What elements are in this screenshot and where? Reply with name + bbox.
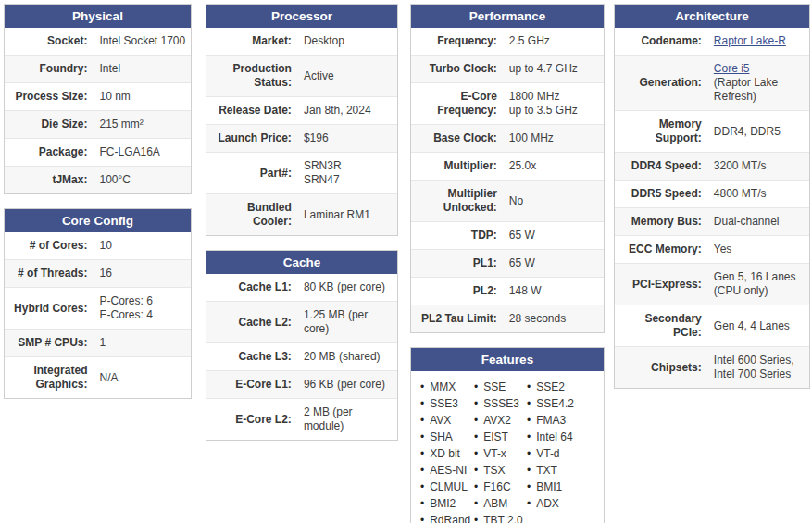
spec-row: Multiplier Unlocked: No	[411, 180, 604, 221]
spec-label: Release Date:	[206, 97, 298, 124]
spec-label: PL1:	[411, 250, 504, 277]
features-table: Features MMX SSE3 AVX SHA XD bit AES-NI …	[410, 347, 605, 523]
cache-table-header: Cache	[206, 251, 397, 274]
spec-value: Intel	[94, 56, 191, 82]
column-1: Physical Socket: Intel Socket 1700 Found…	[4, 4, 192, 399]
performance-rows: Frequency: 2.5 GHz Turbo Clock: up to 4.…	[411, 28, 604, 332]
performance-table: Performance Frequency: 2.5 GHz Turbo Clo…	[410, 4, 605, 333]
features-list: MMX SSE3 AVX SHA XD bit AES-NI CLMUL BMI…	[411, 371, 604, 523]
spec-value: Raptor Lake-R	[708, 28, 809, 55]
spec-value: 96 KB (per core)	[298, 371, 397, 398]
spec-row: Cache L3: 20 MB (shared)	[206, 342, 397, 370]
spec-value: Laminar RM1	[298, 202, 397, 229]
physical-table: Physical Socket: Intel Socket 1700 Found…	[4, 4, 192, 194]
spec-value: Jan 8th, 2024	[298, 97, 397, 124]
codename-link[interactable]: Raptor Lake-R	[714, 34, 786, 47]
spec-row: Process Size: 10 nm	[5, 82, 191, 110]
generation-link[interactable]: Core i5	[714, 62, 750, 75]
spec-value: 10	[94, 232, 191, 259]
architecture-rows: Codename: Raptor Lake-R Generation: Core…	[615, 28, 809, 388]
core-config-table-header: Core Config	[5, 209, 191, 232]
spec-label: Production Status:	[206, 56, 298, 96]
cache-rows: Cache L1: 80 KB (per core) Cache L2: 1.2…	[206, 274, 397, 440]
spec-value: Dual-channel	[708, 208, 809, 235]
spec-value: No	[504, 188, 604, 215]
spec-value: $196	[298, 125, 397, 152]
spec-row: E-Core L2: 2 MB (per module)	[206, 398, 397, 440]
spec-row: Frequency: 2.5 GHz	[411, 28, 604, 55]
spec-value: DDR4, DDR5	[708, 118, 809, 145]
feature-item: BMI2	[420, 496, 474, 512]
spec-value: 10 nm	[94, 83, 191, 110]
spec-row: PL1: 65 W	[411, 249, 604, 277]
spec-row: PL2: 148 W	[411, 277, 604, 305]
cpu-spec-page: Physical Socket: Intel Socket 1700 Found…	[0, 0, 812, 523]
spec-value: 65 W	[504, 222, 604, 249]
generation-suffix: (Raptor Lake Refresh)	[714, 76, 806, 104]
spec-row: Package: FC-LGA16A	[5, 138, 191, 166]
spec-value: 65 W	[504, 250, 604, 277]
spec-row: Hybrid Cores: P-Cores: 6 E-Cores: 4	[5, 287, 191, 329]
spec-label: Package:	[5, 139, 94, 166]
spec-value: Gen 4, 4 Lanes	[708, 313, 809, 340]
spec-label: Bundled Cooler:	[206, 194, 298, 235]
spec-value: up to 4.7 GHz	[504, 56, 604, 82]
feature-item: SSSE3	[474, 396, 527, 412]
processor-rows: Market: Desktop Production Status: Activ…	[206, 28, 397, 235]
spec-value: Intel 600 Series, Intel 700 Series	[708, 347, 809, 388]
spec-row: # of Cores: 10	[5, 232, 191, 259]
spec-row: Foundry: Intel	[5, 55, 191, 82]
spec-value: 3200 MT/s	[708, 153, 809, 180]
spec-value: Active	[298, 63, 397, 90]
spec-value: 80 KB (per core)	[298, 274, 397, 301]
spec-label: E-Core L1:	[206, 371, 298, 398]
spec-label: Foundry:	[5, 56, 94, 82]
spec-value: SRN3R SRN47	[298, 153, 397, 193]
column-3: Performance Frequency: 2.5 GHz Turbo Clo…	[410, 4, 605, 523]
feature-item: TSX	[474, 463, 527, 479]
spec-row: Launch Price: $196	[206, 124, 397, 152]
spec-value: Desktop	[298, 28, 397, 55]
spec-value: 28 seconds	[504, 305, 604, 332]
spec-row: Socket: Intel Socket 1700	[5, 28, 191, 55]
spec-row: DDR4 Speed: 3200 MT/s	[615, 152, 809, 180]
column-4: Architecture Codename: Raptor Lake-R Gen…	[614, 4, 810, 389]
spec-row: ECC Memory: Yes	[615, 235, 809, 263]
processor-table: Processor Market: Desktop Production Sta…	[206, 4, 398, 236]
feature-item: SSE	[474, 380, 527, 395]
feature-item: FMA3	[527, 413, 598, 429]
spec-label: Multiplier:	[411, 153, 504, 180]
spec-row: Production Status: Active	[206, 55, 397, 96]
spec-label: E-Core L2:	[206, 406, 298, 433]
spec-value: Yes	[708, 236, 809, 263]
feature-item: RdRand	[420, 513, 474, 523]
spec-label: tJMax:	[5, 167, 94, 193]
spec-label: ECC Memory:	[615, 236, 708, 263]
spec-row: Market: Desktop	[206, 28, 397, 55]
feature-item: VT-x	[474, 446, 527, 462]
spec-row: Die Size: 215 mm²	[5, 110, 191, 138]
spec-value: 148 W	[504, 278, 604, 305]
spec-row: SMP # CPUs: 1	[5, 329, 191, 356]
spec-value: N/A	[94, 365, 191, 392]
spec-value: 1.25 MB (per core)	[298, 302, 397, 342]
column-2: Processor Market: Desktop Production Sta…	[206, 4, 398, 441]
spec-value: 2.5 GHz	[504, 28, 604, 55]
spec-label: Cache L1:	[206, 274, 298, 301]
core-config-table: Core Config # of Cores: 10 # of Threads:…	[4, 208, 192, 399]
spec-label: Turbo Clock:	[411, 56, 504, 82]
spec-value: 1800 MHz up to 3.5 GHz	[504, 83, 604, 124]
spec-label: # of Threads:	[5, 260, 94, 287]
spec-row: Cache L1: 80 KB (per core)	[206, 274, 397, 301]
feature-item: XD bit	[420, 446, 474, 462]
spec-row: Memory Support: DDR4, DDR5	[615, 110, 809, 152]
spec-label: Socket:	[5, 28, 94, 55]
spec-label: Memory Support:	[615, 111, 708, 152]
spec-label: E-Core Frequency:	[411, 83, 504, 124]
feature-item: SHA	[420, 430, 474, 445]
spec-row: TDP: 65 W	[411, 221, 604, 249]
spec-label: Process Size:	[5, 83, 94, 110]
feature-item: EIST	[474, 430, 527, 445]
features-column: SSE SSSE3 AVX2 EIST VT-x TSX F16C ABM TB…	[474, 380, 527, 523]
feature-item: VT-d	[527, 446, 598, 462]
